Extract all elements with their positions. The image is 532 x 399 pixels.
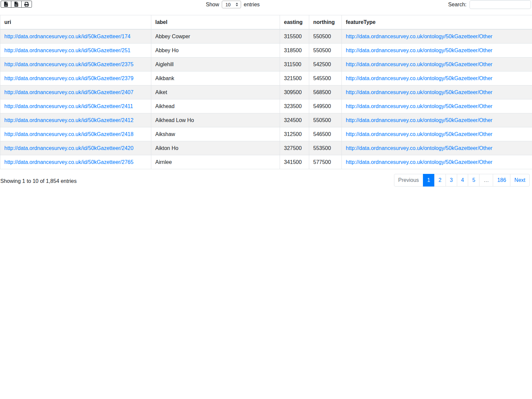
column-header-easting[interactable]: easting [280,15,309,30]
table-info: Showing 1 to 10 of 1,854 entries [0,178,77,184]
featuretype-link[interactable]: http://data.ordnancesurvey.co.uk/ontolog… [346,34,492,39]
column-header-northing[interactable]: northing [309,15,342,30]
label-cell: Aikhead [151,99,280,113]
uri-cell: http://data.ordnancesurvey.co.uk/id/50kG… [0,85,151,99]
printer-icon [24,2,29,7]
column-header-featuretype[interactable]: featureType [342,15,532,30]
featuretype-cell: http://data.ordnancesurvey.co.uk/ontolog… [342,155,532,169]
featuretype-cell: http://data.ordnancesurvey.co.uk/ontolog… [342,29,532,44]
pagination-next-item: Next [510,174,530,187]
label-cell: Abbey Ho [151,44,280,58]
featuretype-link[interactable]: http://data.ordnancesurvey.co.uk/ontolog… [346,131,492,137]
uri-cell: http://data.ordnancesurvey.co.uk/id/50kG… [0,99,151,113]
table-row: http://data.ordnancesurvey.co.uk/id/50kG… [0,141,532,155]
featuretype-link[interactable]: http://data.ordnancesurvey.co.uk/ontolog… [346,48,492,53]
northing-cell: 545500 [309,71,342,85]
featuretype-link[interactable]: http://data.ordnancesurvey.co.uk/ontolog… [346,75,492,81]
page-length-select[interactable]: 10 [222,1,241,8]
uri-cell: http://data.ordnancesurvey.co.uk/id/50kG… [0,58,151,71]
pagination-ellipsis-item: … [479,174,493,187]
northing-cell: 546500 [309,127,342,141]
featuretype-link[interactable]: http://data.ordnancesurvey.co.uk/ontolog… [346,159,492,165]
up-down-arrows-icon [235,3,238,6]
table-row: http://data.ordnancesurvey.co.uk/id/50kG… [0,127,532,141]
northing-cell: 568500 [309,85,342,99]
featuretype-link[interactable]: http://data.ordnancesurvey.co.uk/ontolog… [346,117,492,123]
uri-link[interactable]: http://data.ordnancesurvey.co.uk/id/50kG… [4,62,133,67]
uri-link[interactable]: http://data.ordnancesurvey.co.uk/id/50kG… [4,103,133,109]
search-input[interactable] [469,0,531,9]
print-button[interactable] [21,1,32,8]
search-control: Search: [448,0,531,9]
uri-link[interactable]: http://data.ordnancesurvey.co.uk/id/50kG… [4,131,133,137]
pagination-page-2[interactable]: 2 [434,174,446,187]
pagination-page-4[interactable]: 4 [457,174,468,187]
featuretype-link[interactable]: http://data.ordnancesurvey.co.uk/ontolog… [346,89,492,95]
pagination-page-1[interactable]: 1 [423,174,435,187]
csv-export-button[interactable]: csv [1,1,11,8]
table-body: http://data.ordnancesurvey.co.uk/id/50kG… [0,29,532,169]
easting-cell: 324500 [280,113,309,127]
table-row: http://data.ordnancesurvey.co.uk/id/50kG… [0,44,532,58]
table-row: http://data.ordnancesurvey.co.uk/id/50kG… [0,99,532,113]
featuretype-cell: http://data.ordnancesurvey.co.uk/ontolog… [342,99,532,113]
featuretype-link[interactable]: http://data.ordnancesurvey.co.uk/ontolog… [346,62,492,67]
column-header-label[interactable]: label [151,15,280,30]
featuretype-cell: http://data.ordnancesurvey.co.uk/ontolog… [342,85,532,99]
svg-text:PDF: PDF [15,4,18,6]
uri-link[interactable]: http://data.ordnancesurvey.co.uk/id/50kG… [4,117,133,123]
pagination-previous-item: Previous [394,174,423,187]
northing-cell: 550500 [309,113,342,127]
pagination-next-button[interactable]: Next [510,174,530,187]
uri-cell: http://data.ordnancesurvey.co.uk/id/50kG… [0,29,151,44]
label-cell: Aikbank [151,71,280,85]
easting-cell: 318500 [280,44,309,58]
svg-text:csv: csv [5,4,7,6]
uri-cell: http://data.ordnancesurvey.co.uk/id/50kG… [0,141,151,155]
uri-link[interactable]: http://data.ordnancesurvey.co.uk/id/50kG… [4,145,133,151]
featuretype-cell: http://data.ordnancesurvey.co.uk/ontolog… [342,58,532,71]
featuretype-link[interactable]: http://data.ordnancesurvey.co.uk/ontolog… [346,103,492,109]
pagination-page-1-item: 1 [423,174,435,187]
table-controls-bar: csv PDF Show 10 entries Search: [0,0,532,10]
pagination-page-3-item: 3 [446,174,457,187]
featuretype-link[interactable]: http://data.ordnancesurvey.co.uk/ontolog… [346,145,492,151]
table-header: uri label easting northing featureType [0,15,532,30]
table-row: http://data.ordnancesurvey.co.uk/id/50kG… [0,29,532,44]
table-row: http://data.ordnancesurvey.co.uk/id/50kG… [0,113,532,127]
search-label: Search: [448,2,466,8]
northing-cell: 549500 [309,99,342,113]
label-cell: Aiglehill [151,58,280,71]
show-label: Show [206,2,219,8]
northing-cell: 550500 [309,29,342,44]
pagination-page-2-item: 2 [435,174,446,187]
uri-cell: http://data.ordnancesurvey.co.uk/id/50kG… [0,155,151,169]
pagination-page-5[interactable]: 5 [468,174,479,187]
northing-cell: 550500 [309,44,342,58]
uri-cell: http://data.ordnancesurvey.co.uk/id/50kG… [0,127,151,141]
uri-link[interactable]: http://data.ordnancesurvey.co.uk/id/50kG… [4,159,133,165]
pagination-page-186[interactable]: 186 [493,174,510,187]
uri-link[interactable]: http://data.ordnancesurvey.co.uk/id/50kG… [4,48,131,53]
uri-link[interactable]: http://data.ordnancesurvey.co.uk/id/50kG… [4,89,133,95]
table-row: http://data.ordnancesurvey.co.uk/id/50kG… [0,71,532,85]
table-row: http://data.ordnancesurvey.co.uk/id/50kG… [0,58,532,71]
pagination-page-3[interactable]: 3 [446,174,457,187]
uri-link[interactable]: http://data.ordnancesurvey.co.uk/id/50kG… [4,34,131,39]
pagination-page-4-item: 4 [457,174,468,187]
easting-cell: 321500 [280,71,309,85]
pagination-page-5-item: 5 [468,174,479,187]
easting-cell: 323500 [280,99,309,113]
easting-cell: 341500 [280,155,309,169]
export-button-group: csv PDF [1,1,32,8]
pagination-previous-button[interactable]: Previous [394,174,423,187]
pdf-export-button[interactable]: PDF [11,1,22,8]
easting-cell: 309500 [280,85,309,99]
featuretype-cell: http://data.ordnancesurvey.co.uk/ontolog… [342,141,532,155]
csv-file-icon: csv [4,2,8,7]
column-header-uri[interactable]: uri [0,15,151,30]
table-footer: Showing 1 to 10 of 1,854 entries Previou… [0,169,532,193]
easting-cell: 327500 [280,141,309,155]
featuretype-cell: http://data.ordnancesurvey.co.uk/ontolog… [342,71,532,85]
uri-link[interactable]: http://data.ordnancesurvey.co.uk/id/50kG… [4,75,133,81]
